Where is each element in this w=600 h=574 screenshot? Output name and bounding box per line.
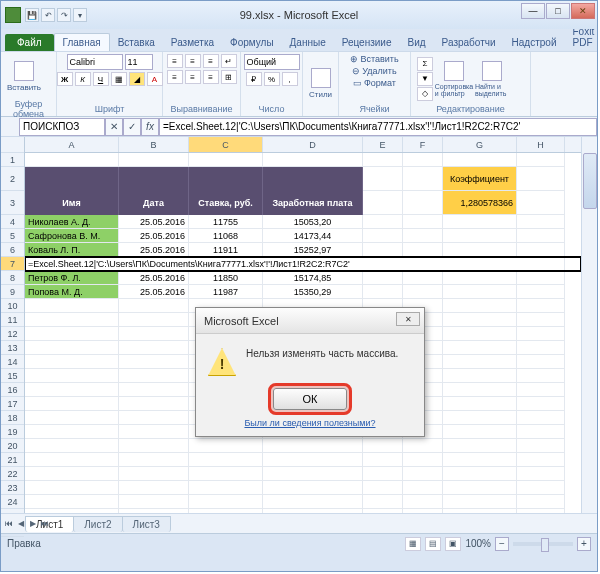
- fill-down-button[interactable]: ▼: [417, 72, 433, 86]
- tab-layout[interactable]: Разметка: [163, 34, 222, 51]
- col-header[interactable]: F: [403, 137, 443, 152]
- row-header[interactable]: 15: [1, 369, 24, 383]
- cell[interactable]: Николаев А. Д.: [25, 215, 119, 229]
- fill-button[interactable]: ◢: [129, 72, 145, 86]
- cell[interactable]: 11068: [189, 229, 263, 243]
- row-header[interactable]: 19: [1, 425, 24, 439]
- row-header[interactable]: 21: [1, 453, 24, 467]
- dialog-close-button[interactable]: ✕: [396, 312, 420, 326]
- clear-button[interactable]: ◇: [417, 87, 433, 101]
- align-center-button[interactable]: ≡: [185, 70, 201, 84]
- col-header[interactable]: E: [363, 137, 403, 152]
- cell[interactable]: 11850: [189, 271, 263, 285]
- format-cells-button[interactable]: ▭ Формат: [353, 78, 396, 88]
- align-left-button[interactable]: ≡: [167, 70, 183, 84]
- dialog-help-link[interactable]: Были ли сведения полезными?: [196, 418, 424, 436]
- qat-undo-icon[interactable]: ↶: [41, 8, 55, 22]
- select-all-button[interactable]: [1, 137, 24, 153]
- cell[interactable]: 25.05.2016: [119, 243, 189, 257]
- tab-insert[interactable]: Вставка: [110, 34, 163, 51]
- cell[interactable]: 25.05.2016: [119, 229, 189, 243]
- cell[interactable]: Попова М. Д.: [25, 285, 119, 299]
- cell[interactable]: Дата: [119, 191, 189, 215]
- row-header[interactable]: 24: [1, 495, 24, 509]
- minimize-button[interactable]: —: [521, 3, 545, 19]
- row-header[interactable]: 18: [1, 411, 24, 425]
- zoom-slider[interactable]: [513, 542, 573, 546]
- qat-more-icon[interactable]: ▾: [73, 8, 87, 22]
- view-layout-icon[interactable]: ▤: [425, 537, 441, 551]
- font-select[interactable]: Calibri: [67, 54, 123, 70]
- cell[interactable]: 25.05.2016: [119, 285, 189, 299]
- col-header[interactable]: H: [517, 137, 565, 152]
- row-header[interactable]: 1: [1, 153, 24, 167]
- row-header[interactable]: 9: [1, 285, 24, 299]
- italic-button[interactable]: К: [75, 72, 91, 86]
- align-right-button[interactable]: ≡: [203, 70, 219, 84]
- row-header[interactable]: 11: [1, 313, 24, 327]
- row-header[interactable]: 16: [1, 383, 24, 397]
- qat-save-icon[interactable]: 💾: [25, 8, 39, 22]
- find-button[interactable]: Найти и выделить: [475, 57, 509, 101]
- vertical-scrollbar[interactable]: [581, 137, 597, 513]
- cell[interactable]: Коваль Л. П.: [25, 243, 119, 257]
- maximize-button[interactable]: □: [546, 3, 570, 19]
- col-header[interactable]: G: [443, 137, 517, 152]
- align-mid-button[interactable]: ≡: [185, 54, 201, 68]
- tab-home[interactable]: Главная: [54, 33, 110, 51]
- scroll-thumb[interactable]: [583, 153, 597, 209]
- cell[interactable]: Ставка, руб.: [189, 191, 263, 215]
- tab-nav-prev-icon[interactable]: ◀: [15, 517, 27, 531]
- number-format-select[interactable]: Общий: [244, 54, 300, 70]
- insert-row-button[interactable]: ⊕ Вставить: [350, 54, 398, 64]
- tab-data[interactable]: Данные: [282, 34, 334, 51]
- align-bot-button[interactable]: ≡: [203, 54, 219, 68]
- cell[interactable]: 11911: [189, 243, 263, 257]
- cancel-formula-button[interactable]: ✕: [105, 118, 123, 136]
- cell[interactable]: 11987: [189, 285, 263, 299]
- cell[interactable]: 1,280578366: [443, 191, 517, 215]
- name-box[interactable]: ПОИСКПОЗ: [19, 118, 105, 136]
- close-button[interactable]: ✕: [571, 3, 595, 19]
- border-button[interactable]: ▦: [111, 72, 127, 86]
- row-header[interactable]: 6: [1, 243, 24, 257]
- autosum-button[interactable]: Σ: [417, 57, 433, 71]
- tab-nav-last-icon[interactable]: ⏭: [39, 517, 51, 531]
- col-header[interactable]: B: [119, 137, 189, 152]
- row-header[interactable]: 7: [1, 257, 24, 271]
- row-header[interactable]: 22: [1, 467, 24, 481]
- row-header[interactable]: 10: [1, 299, 24, 313]
- cell[interactable]: Петров Ф. Л.: [25, 271, 119, 285]
- accept-formula-button[interactable]: ✓: [123, 118, 141, 136]
- comma-button[interactable]: ,: [282, 72, 298, 86]
- row-header[interactable]: 23: [1, 481, 24, 495]
- view-normal-icon[interactable]: ▦: [405, 537, 421, 551]
- currency-button[interactable]: ₽: [246, 72, 262, 86]
- cell[interactable]: Заработная плата: [263, 191, 363, 215]
- col-header[interactable]: A: [25, 137, 119, 152]
- wrap-button[interactable]: ↵: [221, 54, 237, 68]
- cell[interactable]: Коэффициент: [443, 167, 517, 191]
- styles-button[interactable]: Стили: [309, 62, 332, 106]
- row-header[interactable]: 14: [1, 355, 24, 369]
- formula-bar[interactable]: =Excel.Sheet.12|'C:\Users\ПК\Documents\К…: [159, 118, 597, 136]
- col-header[interactable]: D: [263, 137, 363, 152]
- underline-button[interactable]: Ч: [93, 72, 109, 86]
- fx-button[interactable]: fx: [141, 118, 159, 136]
- tab-nav-first-icon[interactable]: ⏮: [3, 517, 15, 531]
- row-header[interactable]: 8: [1, 271, 24, 285]
- tab-formulas[interactable]: Формулы: [222, 34, 282, 51]
- tab-dev[interactable]: Разработчи: [434, 34, 504, 51]
- row-header[interactable]: 17: [1, 397, 24, 411]
- row-header[interactable]: 2: [1, 167, 24, 191]
- cell[interactable]: 15252,97: [263, 243, 363, 257]
- tab-file[interactable]: Файл: [5, 34, 54, 51]
- cell[interactable]: 25.05.2016: [119, 271, 189, 285]
- tab-review[interactable]: Рецензиие: [334, 34, 400, 51]
- sort-button[interactable]: Сортировка и фильтр: [437, 57, 471, 101]
- sheet-tab[interactable]: Лист2: [73, 516, 122, 532]
- bold-button[interactable]: Ж: [57, 72, 73, 86]
- cell[interactable]: Имя: [25, 191, 119, 215]
- ok-button[interactable]: ОК: [273, 388, 347, 410]
- cell[interactable]: 14173,44: [263, 229, 363, 243]
